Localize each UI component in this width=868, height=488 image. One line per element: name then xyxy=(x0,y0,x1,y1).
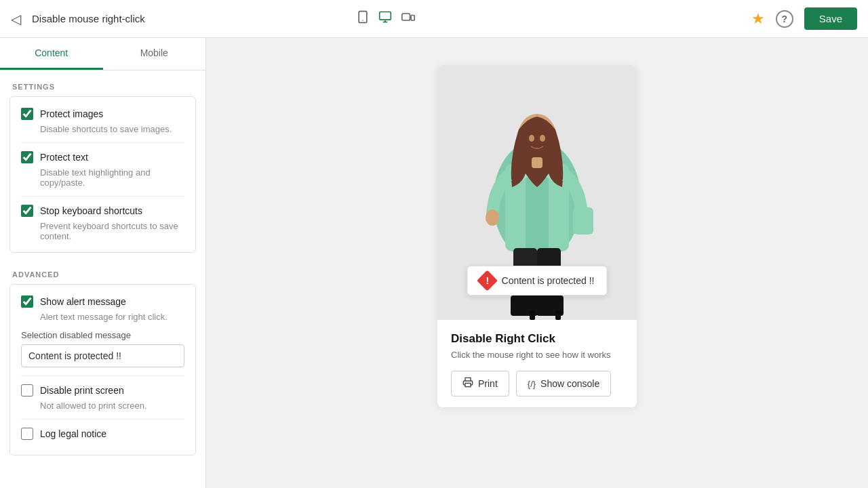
svg-rect-22 xyxy=(530,310,535,320)
print-label: Print xyxy=(478,378,498,389)
preview-card: Content is protected !! Disable Right Cl… xyxy=(437,65,637,407)
svg-rect-6 xyxy=(412,16,415,21)
main-layout: Content Mobile SETTINGS Protect images D… xyxy=(0,38,868,488)
toast-text: Content is protected !! xyxy=(502,275,595,286)
protect-images-row: Protect images xyxy=(21,108,184,120)
protect-images-label[interactable]: Protect images xyxy=(40,108,103,119)
page-title: Disable mouse right-click xyxy=(32,13,345,24)
show-alert-desc: Alert text message for right click. xyxy=(40,312,184,322)
advanced-section-label: ADVANCED xyxy=(0,262,205,284)
protect-text-label[interactable]: Protect text xyxy=(40,152,88,163)
svg-rect-0 xyxy=(359,12,368,23)
back-button[interactable]: ◁ xyxy=(11,11,21,27)
protected-toast: Content is protected !! xyxy=(467,266,608,296)
save-button[interactable]: Save xyxy=(804,7,857,30)
tab-mobile[interactable]: Mobile xyxy=(103,38,206,70)
stop-keyboard-label[interactable]: Stop keyboard shortcuts xyxy=(40,205,142,216)
svg-point-1 xyxy=(363,20,364,21)
star-icon[interactable]: ★ xyxy=(751,10,765,28)
show-alert-label[interactable]: Show alert message xyxy=(40,296,126,307)
preview-image-wrap: Content is protected !! xyxy=(437,65,637,320)
advanced-card: Show alert message Alert text message fo… xyxy=(9,284,196,455)
stop-keyboard-desc: Prevent keyboard shortcuts to save conte… xyxy=(40,221,184,241)
tablet-icon[interactable] xyxy=(356,10,370,27)
preview-area: Content is protected !! Disable Right Cl… xyxy=(206,38,868,488)
protect-text-desc: Disable text highlighting and copy/paste… xyxy=(40,167,184,188)
svg-rect-5 xyxy=(402,14,410,20)
preview-info: Disable Right Click Click the mouse righ… xyxy=(437,320,637,407)
print-icon xyxy=(462,377,473,390)
sidebar-tabs: Content Mobile xyxy=(0,38,205,70)
svg-point-12 xyxy=(529,135,534,142)
show-alert-checkbox[interactable] xyxy=(21,296,33,308)
protect-images-checkbox[interactable] xyxy=(21,108,33,120)
help-icon[interactable]: ? xyxy=(776,10,793,28)
show-console-button[interactable]: {/} Show console xyxy=(516,371,611,396)
preview-desc: Click the mouse right to see how it work… xyxy=(451,350,623,360)
log-legal-label[interactable]: Log legal notice xyxy=(40,428,106,439)
selection-disabled-group: Selection disabled message xyxy=(21,330,184,367)
svg-point-13 xyxy=(540,135,545,142)
preview-buttons: Print {/} Show console xyxy=(451,371,623,396)
settings-section-label: SETTINGS xyxy=(0,70,205,96)
selection-disabled-input[interactable] xyxy=(21,344,184,367)
print-button[interactable]: Print xyxy=(451,371,509,396)
svg-rect-2 xyxy=(380,12,391,20)
protect-text-row: Protect text xyxy=(21,151,184,163)
svg-rect-14 xyxy=(532,157,542,168)
console-label: Show console xyxy=(540,378,599,389)
stop-keyboard-checkbox[interactable] xyxy=(21,205,33,217)
show-alert-row: Show alert message xyxy=(21,296,184,308)
protect-images-desc: Disable shortcuts to save images. xyxy=(40,124,184,134)
disable-print-checkbox[interactable] xyxy=(21,384,33,396)
toast-warning-icon xyxy=(477,270,498,291)
svg-rect-17 xyxy=(573,207,593,235)
topbar: ◁ Disable mouse right-click ★ ? Save xyxy=(0,0,868,38)
disable-print-row: Disable print screen xyxy=(21,384,184,396)
desktop-icon[interactable] xyxy=(378,10,393,27)
log-legal-row: Log legal notice xyxy=(21,428,184,440)
sidebar: Content Mobile SETTINGS Protect images D… xyxy=(0,38,206,488)
selection-disabled-label: Selection disabled message xyxy=(21,330,184,340)
device-icons xyxy=(356,10,416,27)
console-icon: {/} xyxy=(528,379,536,389)
settings-card: Protect images Disable shortcuts to save… xyxy=(9,96,196,253)
tab-content[interactable]: Content xyxy=(0,38,103,70)
protect-text-checkbox[interactable] xyxy=(21,151,33,163)
disable-print-desc: Not allowed to print screen. xyxy=(40,401,184,411)
svg-rect-23 xyxy=(555,310,561,320)
preview-title: Disable Right Click xyxy=(451,332,623,346)
disable-print-label[interactable]: Disable print screen xyxy=(40,385,124,396)
log-legal-checkbox[interactable] xyxy=(21,428,33,440)
stop-keyboard-row: Stop keyboard shortcuts xyxy=(21,205,184,217)
svg-rect-24 xyxy=(465,383,471,386)
responsive-icon[interactable] xyxy=(401,10,416,27)
svg-point-15 xyxy=(486,209,499,226)
